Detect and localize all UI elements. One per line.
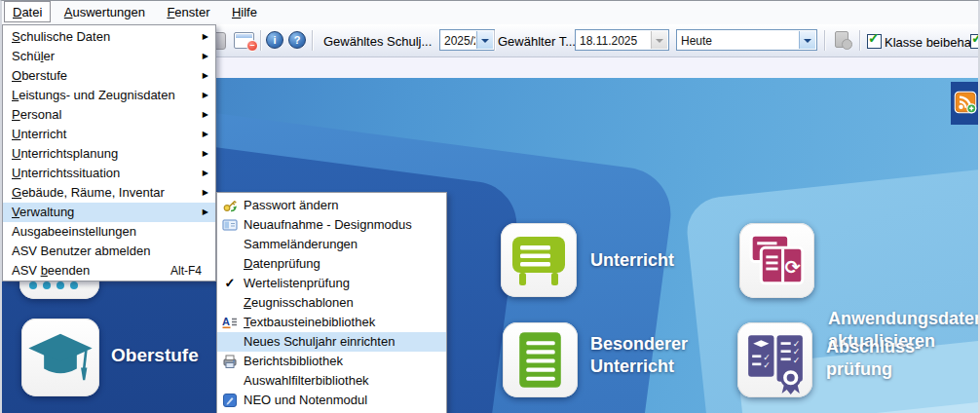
file-menu-item-unterrichtssituation[interactable]: Unterrichtssituation▶ [3, 164, 215, 183]
school-year-select[interactable]: 2025/26 [439, 29, 495, 51]
text-library-icon: A [221, 315, 239, 330]
school-year-label: Gewähltes Schulj... [323, 34, 432, 49]
board-icon [501, 223, 577, 297]
asv-application-window: Oberstufe Unterricht [0, 0, 980, 413]
toolbar-separator [312, 30, 314, 51]
submenu-arrow-icon: ▶ [203, 27, 208, 47]
chevron-down-icon[interactable] [799, 31, 815, 49]
selected-date-label: Gewählter T... [498, 34, 576, 49]
file-menu-item-oberstufe[interactable]: Oberstufe▶ [3, 66, 215, 86]
submenu-arrow-icon: ▶ [203, 86, 208, 105]
menu-fenster[interactable]: Fenster [158, 1, 218, 22]
toolbar-separator [494, 30, 496, 51]
tile-abschlusspruefung-label[interactable]: Abschluss- prüfung [826, 336, 921, 381]
submenu-arrow-icon: ▶ [203, 183, 208, 203]
rss-icon [954, 91, 977, 114]
day-mode-select[interactable]: Heute [676, 29, 817, 51]
empty-icon-slot [221, 373, 239, 389]
check-icon: ✓ [971, 30, 980, 46]
submenu-arrow-icon: ▶ [203, 203, 208, 222]
disabled-tool-icon [832, 30, 853, 50]
empty-icon-slot [221, 295, 239, 311]
rss-feed-button[interactable] [951, 82, 978, 125]
svg-text:✓: ✓ [763, 360, 771, 370]
school-year-value: 2025/26 [444, 34, 475, 48]
document-lines-icon [503, 322, 578, 397]
empty-icon-slot [221, 237, 239, 252]
keep-class-label: Klasse beibehalt... [885, 35, 980, 50]
submenu-arrow-icon: ▶ [203, 66, 208, 86]
day-mode-value: Heute [681, 34, 798, 48]
keys-icon [221, 198, 239, 213]
certificate-icon: ✓ ✓ ✓ ✓ ✓ [737, 322, 812, 397]
submenu-arrow-icon: ▶ [203, 125, 208, 144]
menu-bar: Datei Auswertungen Fenster Hilfe [2, 1, 978, 24]
submenu-item-neo-und-notenmodul[interactable]: NEO und Notenmodul [217, 391, 446, 410]
verwaltung-submenu: Passwort ändern Neuaufnahme - Designmodu… [216, 192, 447, 413]
tile-abschlusspruefung-icon[interactable]: ✓ ✓ ✓ ✓ ✓ [737, 322, 812, 397]
date-value: 18.11.2025 [580, 34, 650, 48]
submenu-item-neuaufnahme-designmodus[interactable]: Neuaufnahme - Designmodus [217, 215, 446, 235]
info-icon[interactable]: i [266, 31, 283, 49]
tile-oberstufe-label[interactable]: Oberstufe [111, 344, 199, 366]
submenu-item-neues-schuljahr-einrichten[interactable]: Neues Schuljahr einrichten [217, 332, 446, 352]
empty-icon-slot [221, 256, 239, 272]
file-menu-item-verwaltung[interactable]: Verwaltung▶ [3, 203, 215, 222]
file-menu-item-schueler[interactable]: Schüler▶ [3, 47, 215, 66]
tile-anwendungsdaten-icon[interactable]: ⟳ [739, 223, 814, 298]
toolbar-separator [824, 30, 826, 51]
submenu-arrow-icon: ▶ [203, 164, 208, 183]
report-printer-icon [221, 354, 239, 369]
file-menu-item-unterrichtsplanung[interactable]: Unterrichtsplanung▶ [3, 144, 215, 164]
file-menu-item-personal[interactable]: Personal▶ [3, 105, 215, 125]
submenu-arrow-icon: ▶ [203, 47, 208, 66]
toolbar-separator [859, 30, 861, 51]
menu-auswertungen[interactable]: Auswertungen [56, 1, 154, 22]
toolbar-separator [260, 30, 262, 51]
submenu-item-berichtsbibliothek[interactable]: Berichtsbibliothek [217, 352, 446, 371]
file-menu-item-leistungs-und-zeugnisdaten[interactable]: Leistungs- und Zeugnisdaten▶ [3, 86, 215, 105]
file-menu-item-schulische-daten[interactable]: Schulische Daten▶ [3, 27, 215, 47]
refresh-documents-icon: ⟳ [739, 223, 814, 298]
menu-hilfe[interactable]: Hilfe [223, 1, 266, 22]
tile-unterricht-icon[interactable] [501, 223, 577, 297]
file-menu-item-asv-benutzer-abmelden[interactable]: ASV Benutzer abmelden [3, 242, 215, 261]
chevron-down-icon[interactable] [476, 31, 493, 49]
tile-unterricht-label[interactable]: Unterricht [590, 249, 674, 272]
svg-text:✓: ✓ [793, 356, 801, 365]
submenu-item-zeugnisschablonen[interactable]: Zeugnisschablonen [217, 293, 446, 313]
tile-besonderer-unterricht-icon[interactable] [503, 322, 578, 397]
neo-module-icon [221, 393, 239, 408]
submenu-item-auswahlfilterbibliothek[interactable]: Auswahlfilterbibliothek [217, 371, 446, 391]
date-input[interactable]: 18.11.2025 [575, 29, 669, 51]
submenu-arrow-icon: ▶ [203, 144, 208, 164]
submenu-item-textbausteinebibliothek[interactable]: A Textbausteinebibliothek [217, 313, 446, 332]
submenu-item-sammelaenderungen[interactable]: Sammeländerungen [217, 235, 446, 254]
svg-text:⟳: ⟳ [785, 256, 802, 279]
close-badge-icon: – [246, 40, 258, 52]
chevron-down-disabled-icon [651, 31, 667, 49]
tile-besonderer-unterricht-label[interactable]: Besonderer Unterricht [590, 333, 688, 378]
submenu-arrow-icon: ▶ [203, 105, 208, 125]
menu-datei[interactable]: Datei [4, 1, 51, 22]
empty-icon-slot [221, 334, 239, 350]
file-menu-dropdown: Schulische Daten▶ Schüler▶ Oberstufe▶ Le… [2, 24, 216, 282]
file-menu-item-asv-beenden[interactable]: ASV beendenAlt-F4 [3, 261, 215, 281]
submenu-item-passwort-aendern[interactable]: Passwort ändern [217, 196, 446, 215]
check-icon: ✓ [868, 30, 880, 46]
submenu-item-wertelistenpruefung[interactable]: ✓ Wertelistenprüfung [217, 274, 446, 293]
graduation-cap-icon [21, 319, 99, 396]
close-all-windows-icon[interactable]: – [234, 32, 254, 49]
file-menu-item-ausgabeeinstellungen[interactable]: Ausgabeeinstellungen [3, 222, 215, 242]
file-menu-item-gebaeude-raeume-inventar[interactable]: Gebäude, Räume, Inventar▶ [3, 183, 215, 203]
edge-checkbox[interactable]: ✓ [970, 34, 980, 49]
check-icon: ✓ [221, 276, 239, 291]
tile-oberstufe-icon[interactable] [21, 319, 99, 396]
keep-class-checkbox[interactable]: ✓ [867, 34, 882, 49]
form-icon [221, 217, 239, 233]
submenu-item-datenpruefung[interactable]: Datenprüfung [217, 254, 446, 274]
file-menu-item-unterricht[interactable]: Unterricht▶ [3, 125, 215, 144]
shortcut-label: Alt-F4 [170, 261, 202, 281]
help-icon[interactable]: ? [288, 31, 306, 49]
svg-text:A: A [222, 316, 230, 327]
